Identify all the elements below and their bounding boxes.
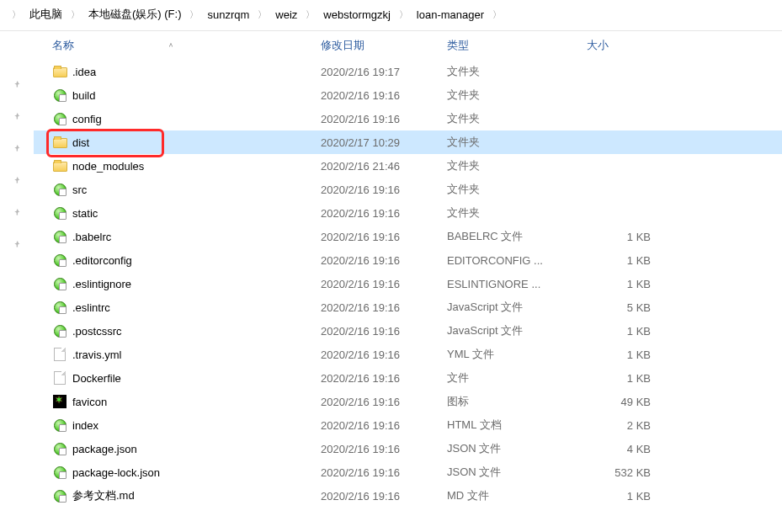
breadcrumb-segment[interactable]: 此电脑: [28, 5, 64, 24]
file-name-label: build: [72, 89, 95, 102]
file-row[interactable]: package-lock.json2020/2/16 19:16JSON 文件5…: [34, 460, 782, 484]
breadcrumb-segment[interactable]: loan-manager: [415, 7, 486, 23]
file-icon: [52, 323, 67, 338]
file-date-cell: 2020/2/16 19:16: [321, 396, 447, 408]
file-type-cell: 文件夹: [447, 205, 587, 221]
file-type-cell: 图标: [447, 394, 587, 409]
file-type-cell: 文件: [447, 370, 587, 386]
file-size-cell: 1 KB: [587, 254, 679, 267]
file-row[interactable]: .idea2020/2/16 19:17文件夹: [34, 60, 782, 83]
quick-access-gutter: [0, 31, 34, 532]
breadcrumb-segment[interactable]: sunzrqm: [205, 7, 251, 23]
file-name-label: .eslintignore: [72, 278, 131, 290]
column-header-size[interactable]: 大小: [587, 38, 679, 53]
file-name-cell: .editorconfig: [52, 253, 321, 268]
file-row[interactable]: index2020/2/16 19:16HTML 文档2 KB: [34, 413, 782, 437]
pin-icon[interactable]: [0, 105, 34, 129]
file-date-cell: 2020/2/16 19:16: [321, 419, 447, 432]
file-name-label: favicon: [72, 396, 107, 408]
chevron-right-icon: 〉: [253, 8, 272, 21]
file-type-cell: EDITORCONFIG ...: [447, 254, 587, 267]
pin-icon[interactable]: [0, 233, 34, 257]
file-date-cell: 2020/2/16 19:16: [321, 231, 447, 243]
file-type-cell: 文件夹: [447, 111, 587, 126]
file-row[interactable]: node_modules2020/2/16 21:46文件夹: [34, 154, 782, 178]
file-name-cell: 参考文档.md: [52, 488, 321, 503]
file-row[interactable]: .editorconfig2020/2/16 19:16EDITORCONFIG…: [34, 248, 782, 272]
file-date-cell: 2020/2/16 19:16: [321, 113, 447, 125]
file-row[interactable]: .eslintrc2020/2/16 19:16JavaScript 文件5 K…: [34, 295, 782, 319]
pin-icon[interactable]: [0, 73, 34, 97]
file-name-label: Dockerfile: [72, 372, 121, 385]
file-row[interactable]: favicon2020/2/16 19:16图标49 KB: [34, 390, 782, 413]
file-type-cell: 文件夹: [447, 88, 587, 103]
file-icon: [52, 182, 67, 197]
file-name-cell: .babelrc: [52, 229, 321, 244]
file-date-cell: 2020/2/16 19:16: [321, 301, 447, 314]
file-size-cell: 1 KB: [587, 278, 679, 290]
file-type-cell: 文件夹: [447, 182, 587, 197]
file-icon: [52, 253, 67, 268]
file-type-cell: JSON 文件: [447, 441, 587, 456]
breadcrumb-segment[interactable]: 本地磁盘(娱乐) (F:): [87, 5, 183, 24]
chevron-right-icon: 〉: [66, 8, 85, 21]
file-row[interactable]: .babelrc2020/2/16 19:16BABELRC 文件1 KB: [34, 225, 782, 248]
file-name-cell: src: [52, 182, 321, 197]
file-type-cell: HTML 文档: [447, 418, 587, 433]
file-row[interactable]: dist2020/2/17 10:29文件夹: [34, 130, 782, 154]
file-date-cell: 2020/2/17 10:29: [321, 136, 447, 149]
pin-icon[interactable]: [0, 201, 34, 225]
file-date-cell: 2020/2/16 21:46: [321, 160, 447, 173]
column-header-date[interactable]: 修改日期: [321, 38, 447, 53]
file-type-cell: JavaScript 文件: [447, 300, 587, 315]
file-date-cell: 2020/2/16 19:16: [321, 490, 447, 503]
column-header-name[interactable]: 名称 ＾: [52, 38, 321, 53]
file-name-cell: .travis.yml: [52, 347, 321, 362]
file-type-cell: JSON 文件: [447, 465, 587, 480]
file-icon: [52, 276, 67, 291]
file-icon: [52, 370, 67, 386]
file-name-cell: package-lock.json: [52, 465, 321, 480]
file-row[interactable]: 参考文档.md2020/2/16 19:16MD 文件1 KB: [34, 484, 782, 508]
breadcrumb[interactable]: 〉此电脑〉本地磁盘(娱乐) (F:)〉sunzrqm〉weiz〉webstorm…: [0, 0, 782, 31]
file-date-cell: 2020/2/16 19:16: [321, 325, 447, 338]
chevron-right-icon: 〉: [7, 8, 26, 21]
file-row[interactable]: src2020/2/16 19:16文件夹: [34, 178, 782, 201]
folder-icon: [52, 135, 67, 150]
file-row[interactable]: config2020/2/16 19:16文件夹: [34, 107, 782, 130]
file-name-cell: static: [52, 205, 321, 221]
breadcrumb-segment[interactable]: weiz: [274, 7, 299, 23]
file-row[interactable]: .postcssrc2020/2/16 19:16JavaScript 文件1 …: [34, 319, 782, 343]
file-size-cell: 532 KB: [587, 466, 679, 479]
file-date-cell: 2020/2/16 19:16: [321, 278, 447, 290]
pin-icon[interactable]: [0, 137, 34, 161]
file-date-cell: 2020/2/16 19:16: [321, 207, 447, 220]
chevron-right-icon: 〉: [487, 8, 507, 21]
file-name-label: .babelrc: [72, 231, 111, 243]
file-row[interactable]: .eslintignore2020/2/16 19:16ESLINTIGNORE…: [34, 272, 782, 295]
file-icon: [52, 88, 67, 103]
file-list-pane: 名称 ＾ 修改日期 类型 大小 .idea2020/2/16 19:17文件夹b…: [34, 31, 782, 532]
file-date-cell: 2020/2/16 19:16: [321, 443, 447, 455]
folder-icon: [52, 64, 67, 79]
file-size-cell: 1 KB: [587, 231, 679, 243]
file-row[interactable]: static2020/2/16 19:16文件夹: [34, 201, 782, 225]
file-row[interactable]: .travis.yml2020/2/16 19:16YML 文件1 KB: [34, 343, 782, 366]
file-row[interactable]: package.json2020/2/16 19:16JSON 文件4 KB: [34, 437, 782, 460]
file-name-cell: .postcssrc: [52, 323, 321, 338]
file-row[interactable]: build2020/2/16 19:16文件夹: [34, 83, 782, 107]
file-type-cell: MD 文件: [447, 488, 587, 503]
column-headers: 名称 ＾ 修改日期 类型 大小: [34, 31, 782, 60]
pin-icon[interactable]: [0, 169, 34, 193]
file-date-cell: 2020/2/16 19:16: [321, 466, 447, 479]
file-list: .idea2020/2/16 19:17文件夹build2020/2/16 19…: [34, 60, 782, 508]
file-row[interactable]: Dockerfile2020/2/16 19:16文件1 KB: [34, 366, 782, 390]
file-name-label: .idea: [72, 66, 96, 78]
chevron-right-icon: 〉: [301, 8, 320, 21]
file-name-label: package-lock.json: [72, 466, 160, 479]
file-name-cell: dist: [52, 135, 321, 150]
file-date-cell: 2020/2/16 19:16: [321, 372, 447, 385]
file-type-cell: 文件夹: [447, 158, 587, 173]
breadcrumb-segment[interactable]: webstormgzkj: [322, 7, 391, 23]
column-header-type[interactable]: 类型: [447, 38, 587, 53]
